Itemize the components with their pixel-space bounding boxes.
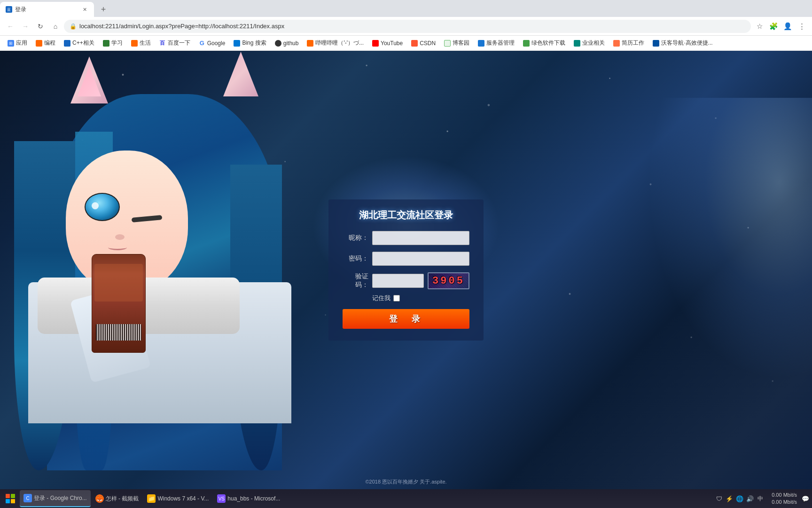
bookmark-life-label: 生活: [140, 39, 151, 47]
nickname-input[interactable]: [372, 231, 469, 245]
csdn-icon: [411, 40, 418, 47]
bookmark-bing-label: Bing 搜索: [242, 39, 266, 47]
bookmark-biancheng[interactable]: 编程: [32, 38, 59, 49]
taskbar-firefox-button[interactable]: 🦊 怎样 - 截频截: [92, 490, 143, 507]
bookmark-cpp-label: C++相关: [72, 39, 94, 47]
tray-power-icon[interactable]: ⚡: [725, 494, 734, 503]
captcha-input[interactable]: [372, 274, 424, 288]
bookmark-bilibili[interactable]: 哔哩哔哩（'-'）づ...: [303, 38, 367, 49]
taskbar-clock[interactable]: 0.00 Mbit/s 0.00 Mbit/s: [769, 492, 800, 506]
baidu-icon: 百: [159, 40, 166, 47]
explorer-icon: 📁: [147, 494, 156, 503]
taskbar-chrome-button[interactable]: C 登录 - Google Chro...: [20, 490, 91, 507]
bookmark-youtube-label: YouTube: [381, 40, 403, 47]
apps-icon: ⊞: [8, 40, 14, 47]
taskbar-vs-button[interactable]: VS hua_bbs - Microsof...: [213, 490, 284, 507]
home-button[interactable]: ⌂: [49, 20, 62, 33]
bookmark-greensoft-label: 绿色软件下载: [531, 39, 565, 47]
bookmark-google[interactable]: G Google: [195, 38, 229, 49]
nickname-label: 昵称：: [343, 234, 368, 242]
taskbar: C 登录 - Google Chro... 🦊 怎样 - 截频截 📁 Windo…: [0, 489, 812, 508]
main-content: ❄ ❄ ❄ ❄ ❄ ❄ ❄ ❄ ❄ ❄ ❄ ❄ ❄ ❄ ❄ ❄ ❄ ❄: [0, 51, 812, 489]
captcha-label: 验证码：: [343, 272, 368, 289]
captcha-code: 3905: [432, 275, 465, 287]
win-square-2: [11, 494, 15, 498]
password-input[interactable]: [372, 252, 469, 266]
google-icon: G: [199, 40, 205, 47]
tab-bar: 蓝 登录 ✕ +: [0, 0, 812, 17]
bookmark-greensoft[interactable]: 绿色软件下载: [519, 38, 569, 49]
cnblogs-icon: [444, 40, 451, 47]
bookmark-baidu[interactable]: 百 百度一下: [156, 38, 194, 49]
address-bar[interactable]: 🔒 localhost:2211/admin/Login.aspx?prePag…: [64, 20, 751, 33]
server-icon: [478, 40, 484, 47]
taskbar-speed-up: 0.00 Mbit/s: [772, 492, 797, 499]
bookmark-apps-label: 应用: [16, 39, 27, 47]
taskbar-speed-down: 0.00 Mbit/s: [772, 499, 797, 506]
password-label: 密码：: [343, 254, 368, 263]
nav-bar: ← → ↻ ⌂ 🔒 localhost:2211/admin/Login.asp…: [0, 17, 812, 36]
bookmark-life[interactable]: 生活: [127, 38, 155, 49]
job-icon: [574, 40, 580, 47]
bookmark-csdn[interactable]: CSDN: [407, 38, 439, 49]
chrome-icon: C: [23, 494, 32, 502]
win-square-4: [11, 499, 15, 503]
firefox-icon: 🦊: [95, 494, 104, 503]
page-footer: ©2018 恩以百年挽婿夕 关于.aspite.: [365, 478, 446, 485]
taskbar-notification[interactable]: 💬: [801, 494, 810, 503]
bookmark-job[interactable]: 业业相关: [570, 38, 609, 49]
refresh-button[interactable]: ↻: [34, 20, 47, 33]
study-icon: [103, 40, 109, 47]
bookmark-apps[interactable]: ⊞ 应用: [4, 38, 31, 49]
bookmark-baidu-label: 百度一下: [168, 39, 190, 47]
profile-button[interactable]: 👤: [781, 20, 794, 33]
bookmark-github[interactable]: github: [271, 38, 303, 49]
remember-label: 记住我: [372, 294, 390, 302]
new-tab-button[interactable]: +: [96, 2, 111, 17]
win-square-3: [6, 499, 10, 503]
bookmark-server[interactable]: 服务器管理: [474, 38, 518, 49]
bing-icon: [234, 40, 240, 47]
forward-button[interactable]: →: [19, 20, 32, 33]
active-tab[interactable]: 蓝 登录 ✕: [0, 2, 94, 17]
bookmark-resume-label: 简历工作: [622, 39, 644, 47]
bookmark-woke-label: 沃客导航·高效便捷...: [661, 39, 712, 47]
footer-text: ©2018 恩以百年挽婿夕 关于.aspite.: [365, 479, 446, 484]
vs-icon: VS: [217, 494, 226, 503]
extensions-button[interactable]: 🧩: [767, 20, 780, 33]
bookmark-csdn-label: CSDN: [420, 40, 436, 47]
bookmark-youtube[interactable]: YouTube: [368, 38, 406, 49]
youtube-icon: [372, 40, 379, 47]
tray-network-icon[interactable]: 🌐: [735, 494, 744, 503]
bookmark-woke[interactable]: 沃客导航·高效便捷...: [649, 38, 716, 49]
remember-checkbox[interactable]: [393, 295, 400, 302]
taskbar-language[interactable]: 中: [756, 495, 765, 503]
bookmark-google-label: Google: [207, 40, 226, 47]
cpp-icon: [64, 40, 70, 47]
bookmark-star-button[interactable]: ☆: [753, 20, 766, 33]
taskbar-explorer-label: Windows 7 x64 - V...: [157, 495, 209, 502]
bookmark-biancheng-label: 编程: [44, 39, 55, 47]
nickname-row: 昵称：: [343, 231, 469, 245]
tab-title: 登录: [15, 6, 26, 14]
bookmark-bing[interactable]: Bing 搜索: [230, 38, 270, 49]
start-button[interactable]: [2, 490, 19, 507]
tray-volume-icon[interactable]: 🔊: [745, 494, 755, 503]
browser-frame: 蓝 登录 ✕ + ← → ↻ ⌂ 🔒 localhost:2211/admin/…: [0, 0, 812, 508]
bookmark-resume[interactable]: 简历工作: [609, 38, 648, 49]
tab-close-button[interactable]: ✕: [81, 6, 88, 13]
tray-shield-icon[interactable]: 🛡: [714, 494, 724, 503]
bookmark-bilibili-label: 哔哩哔哩（'-'）づ...: [315, 39, 364, 47]
captcha-row: 验证码： 3905: [343, 272, 469, 289]
taskbar-firefox-label: 怎样 - 截频截: [106, 495, 139, 503]
bilibili-icon: [307, 40, 313, 47]
login-button[interactable]: 登 录: [343, 309, 469, 329]
bookmark-study[interactable]: 学习: [99, 38, 126, 49]
windows-logo: [6, 494, 15, 503]
captcha-image[interactable]: 3905: [428, 272, 469, 289]
menu-button[interactable]: ⋮: [795, 20, 808, 33]
bookmark-cnblogs[interactable]: 博客园: [440, 38, 473, 49]
bookmark-cpp[interactable]: C++相关: [60, 38, 98, 49]
taskbar-explorer-button[interactable]: 📁 Windows 7 x64 - V...: [143, 490, 212, 507]
back-button[interactable]: ←: [4, 20, 17, 33]
